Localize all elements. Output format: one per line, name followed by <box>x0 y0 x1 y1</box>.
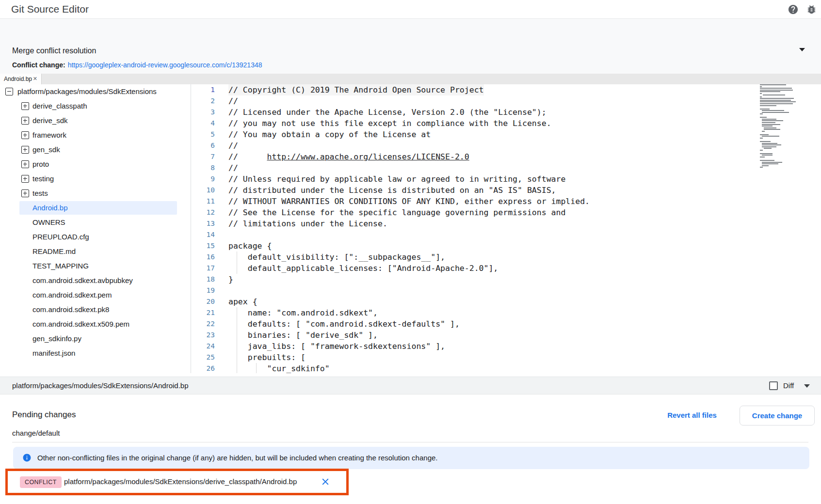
line-number: 16 <box>191 252 215 263</box>
tree-item-derive-sdk[interactable]: derive_sdk <box>0 113 191 128</box>
code-line[interactable]: 23 binaries: [ "derive_sdk" ], <box>191 330 821 341</box>
code-line[interactable]: 2// <box>191 95 821 107</box>
minimap-line <box>760 141 771 142</box>
collapse-panel-caret-icon[interactable] <box>799 48 805 51</box>
conflict-change-link[interactable]: https://googleplex-android-review.google… <box>68 61 262 69</box>
expand-icon[interactable] <box>21 189 29 197</box>
code-text: package { <box>228 240 272 252</box>
tree-item-android-bp[interactable]: Android.bp <box>0 201 191 215</box>
tab-android-bp[interactable]: Android.bp ✕ <box>0 74 42 84</box>
tree-item-com-android-sdkext-x509-pem[interactable]: com.android.sdkext.x509.pem <box>0 317 191 331</box>
tree-item-com-android-sdkext-pk8[interactable]: com.android.sdkext.pk8 <box>0 302 191 317</box>
minimap-line <box>762 165 769 166</box>
tree-item-test-mapping[interactable]: TEST_MAPPING <box>0 259 191 273</box>
tree-item-testing[interactable]: testing <box>0 172 191 186</box>
code-line[interactable]: 14 <box>191 229 821 240</box>
line-number: 23 <box>191 330 215 341</box>
code-line[interactable]: 9// Unless required by applicable law or… <box>191 173 821 185</box>
code-line[interactable]: 6// <box>191 140 821 151</box>
git-source-editor-app: Git Source Editor Merge conflict resolut… <box>0 0 821 504</box>
tree-item-gen-sdk[interactable]: gen_sdk <box>0 142 191 157</box>
code-text: // limitations under the License. <box>228 218 387 229</box>
code-line[interactable]: 3// Licensed under the Apache License, V… <box>191 107 821 118</box>
minimap-line <box>760 109 770 110</box>
conflict-status-badge: CONFLICT <box>20 476 62 488</box>
collapse-icon[interactable] <box>5 88 13 95</box>
code-line[interactable]: 11// WITHOUT WARRANTIES OR CONDITIONS OF… <box>191 196 821 207</box>
minimap-line <box>760 153 773 154</box>
merge-panel-title: Merge conflict resolution <box>12 47 96 55</box>
help-icon[interactable] <box>788 4 799 15</box>
code-line[interactable]: 7// http://www.apache.org/licenses/LICEN… <box>191 151 821 162</box>
expand-icon[interactable] <box>21 160 29 168</box>
code-line[interactable]: 20apex { <box>191 296 821 307</box>
code-line[interactable]: 17 default_applicable_licenses: ["Androi… <box>191 263 821 274</box>
tree-item-manifest-json[interactable]: manifest.json <box>0 346 191 361</box>
info-banner: Other non-conflicting files in the origi… <box>13 447 809 469</box>
code-line[interactable]: 8// <box>191 162 821 173</box>
tree-item-platform-packages-modules-sdkextensions[interactable]: platform/packages/modules/SdkExtensions <box>0 84 191 99</box>
code-line[interactable]: 1// Copyright (C) 2019 The Android Open … <box>191 84 821 95</box>
code-line[interactable]: 24 java_libs: [ "framework-sdkextensions… <box>191 341 821 352</box>
minimap-line <box>764 129 780 130</box>
code-line[interactable]: 5// You may obtain a copy of the License… <box>191 129 821 140</box>
line-number: 8 <box>191 162 215 173</box>
expand-icon[interactable] <box>21 117 29 125</box>
code-text: // http://www.apache.org/licenses/LICENS… <box>228 151 469 162</box>
tree-item-com-android-sdkext-pem[interactable]: com.android.sdkext.pem <box>0 288 191 302</box>
editor-minimap[interactable] <box>760 84 801 278</box>
tab-close-icon[interactable]: ✕ <box>33 74 37 83</box>
code-line[interactable]: 10// distributed under the License is di… <box>191 185 821 196</box>
tree-item-proto[interactable]: proto <box>0 157 191 172</box>
line-number: 11 <box>191 196 215 207</box>
code-text: defaults: [ "com.android.sdkext-defaults… <box>228 318 460 330</box>
minimap-line <box>763 94 785 95</box>
conflict-file-path[interactable]: platform/packages/modules/SdkExtensions/… <box>64 477 297 486</box>
tree-item-com-android-sdkext-avbpubkey[interactable]: com.android.sdkext.avbpubkey <box>0 273 191 288</box>
line-number: 24 <box>191 341 215 352</box>
code-line[interactable]: 18} <box>191 274 821 285</box>
revert-all-files-button[interactable]: Revert all files <box>664 411 720 419</box>
code-line[interactable]: 25 prebuilts: [ <box>191 352 821 363</box>
expand-icon[interactable] <box>21 102 29 110</box>
code-line[interactable]: 22 defaults: [ "com.android.sdkext-defau… <box>191 318 821 330</box>
diff-dropdown-caret-icon[interactable] <box>804 384 810 388</box>
tree-item-owners[interactable]: OWNERS <box>0 215 191 230</box>
tree-item-preupload-cfg[interactable]: PREUPLOAD.cfg <box>0 230 191 244</box>
create-change-button[interactable]: Create change <box>740 406 815 425</box>
diff-checkbox[interactable] <box>769 381 778 390</box>
minimap-line <box>760 138 763 139</box>
code-line[interactable]: 19 <box>191 285 821 296</box>
code-line[interactable]: 13// limitations under the License. <box>191 218 821 229</box>
tree-item-readme-md[interactable]: README.md <box>0 244 191 259</box>
line-number: 17 <box>191 263 215 274</box>
expand-icon[interactable] <box>21 131 29 139</box>
minimap-line <box>760 91 780 92</box>
info-banner-text: Other non-conflicting files in the origi… <box>37 454 438 462</box>
line-number: 15 <box>191 240 215 252</box>
code-line[interactable]: 4// you may not use this file except in … <box>191 118 821 129</box>
tree-item-label: com.android.sdkext.avbpubkey <box>32 273 133 288</box>
expand-icon[interactable] <box>21 146 29 154</box>
code-line[interactable]: 21 name: "com.android.sdkext", <box>191 307 821 318</box>
code-line[interactable]: 16 default_visibility: [":__subpackages_… <box>191 252 821 263</box>
code-line[interactable]: 26 "cur_sdkinfo" <box>191 363 821 373</box>
line-number: 12 <box>191 207 215 218</box>
minimap-line <box>762 146 776 147</box>
expand-icon[interactable] <box>21 175 29 183</box>
line-number: 18 <box>191 274 215 285</box>
code-text: apex { <box>228 296 258 307</box>
tree-item-tests[interactable]: tests <box>0 186 191 201</box>
line-number: 2 <box>191 95 215 107</box>
code-line[interactable]: 12// See the License for the specific la… <box>191 207 821 218</box>
tree-item-framework[interactable]: framework <box>0 128 191 142</box>
minimap-line <box>762 124 780 125</box>
tree-item-gen-sdkinfo-py[interactable]: gen_sdkinfo.py <box>0 331 191 346</box>
line-number: 21 <box>191 307 215 318</box>
minimap-line <box>762 162 782 163</box>
tree-item-derive-classpath[interactable]: derive_classpath <box>0 99 191 113</box>
code-line[interactable]: 15package { <box>191 240 821 252</box>
remove-conflict-file-icon[interactable] <box>320 476 331 487</box>
code-editor[interactable]: 1// Copyright (C) 2019 The Android Open … <box>191 84 821 373</box>
bug-report-icon[interactable] <box>806 4 817 15</box>
